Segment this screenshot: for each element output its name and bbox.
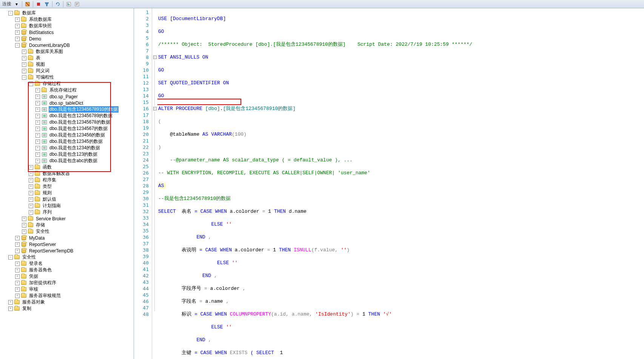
expand-icon[interactable]: + [15,236,20,240]
expand-icon[interactable]: + [35,152,40,157]
tree-db[interactable]: +ReportServerTempDB [0,248,134,254]
tree-item[interactable]: +服务器审核规范 [0,292,134,299]
collapse-icon[interactable]: − [15,43,20,48]
collapse-icon[interactable]: − [8,255,13,260]
code-area[interactable]: USE [DocumentLibraryDB] GO /****** Objec… [157,8,644,359]
tree-db[interactable]: +BidStatistics [0,29,134,36]
tree-item[interactable]: +存储 [0,222,134,228]
expand-icon[interactable]: + [35,139,40,144]
tree-item[interactable]: +规则 [0,190,134,196]
expand-icon[interactable]: + [29,172,33,176]
expand-icon[interactable]: + [8,300,13,305]
tree-item[interactable]: +加密提供程序 [0,280,134,286]
connect-label[interactable]: 连接 [2,1,11,7]
stop-icon[interactable] [35,1,42,7]
tree-db-doclib[interactable]: −DocumentLibraryDB [0,42,134,48]
expand-icon[interactable]: + [35,114,40,118]
tree-sp-folder[interactable]: −存储过程 [0,80,134,87]
tree-sp-item[interactable]: +dbo.我是包含123的数据 [0,151,134,158]
expand-icon[interactable]: + [35,127,40,131]
tree-sp-item[interactable]: +dbo.我是包含12345的数据 [0,138,134,145]
expand-icon[interactable]: + [15,249,20,253]
expand-icon[interactable]: + [22,50,26,54]
expand-icon[interactable]: + [15,24,20,28]
tree-sp-item[interactable]: +dbo.我是包含abc的数据 [0,158,134,164]
tree-sp-item[interactable]: +dbo.sp_Pager [0,93,134,100]
expand-icon[interactable]: + [29,165,33,170]
expand-icon[interactable]: + [15,242,20,247]
expand-icon[interactable]: + [22,217,26,221]
expand-icon[interactable]: + [15,281,20,285]
expand-icon[interactable]: + [29,197,33,202]
tree-item[interactable]: +同义词 [0,68,134,74]
expand-icon[interactable]: + [15,274,20,279]
tree-item[interactable]: +默认值 [0,196,134,203]
tree-sys-sp[interactable]: +系统存储过程 [0,87,134,93]
tree-item[interactable]: +服务器角色 [0,267,134,273]
collapse-icon[interactable]: − [29,82,33,86]
tree-sysdb[interactable]: +系统数据库 [0,16,134,23]
filter-icon[interactable] [44,1,50,7]
tree-sp-item[interactable]: +dbo.我是包含1234567的数据 [0,125,134,132]
tree-item[interactable]: +类型 [0,183,134,190]
expand-icon[interactable]: + [29,204,33,208]
refresh-icon[interactable] [55,1,61,7]
expand-icon[interactable]: + [22,229,26,234]
script-icon[interactable] [74,1,80,7]
tree-item[interactable]: +表 [0,55,134,61]
disconnect-icon[interactable] [25,1,31,7]
tree-programmability[interactable]: −可编程性 [0,74,134,80]
tree-sp-item[interactable]: +dbo.我是包含12345678的数据 [0,119,134,125]
expand-icon[interactable]: + [22,69,26,73]
tree-item[interactable]: +登录名 [0,260,134,267]
expand-icon[interactable]: + [15,287,20,292]
report-icon[interactable] [66,1,72,7]
tree-db[interactable]: +MyData [0,235,134,241]
tree-item[interactable]: +程序集 [0,177,134,183]
expand-icon[interactable]: + [35,101,40,105]
expand-icon[interactable]: + [15,262,20,266]
collapse-icon[interactable]: − [8,11,13,15]
tree-item[interactable]: +计划指南 [0,203,134,209]
expand-icon[interactable]: + [35,133,40,138]
tree-item[interactable]: +序列 [0,209,134,215]
tree-item[interactable]: +Service Broker [0,215,134,222]
tree-item[interactable]: +安全性 [0,228,134,235]
tree-sp-item-selected[interactable]: +dbo.我是包含12345678910的数据 [0,106,134,113]
tree-item[interactable]: +凭据 [0,273,134,280]
expand-icon[interactable]: + [22,223,26,227]
expand-icon[interactable]: + [35,107,40,112]
tree-databases[interactable]: −数据库 [0,10,134,16]
expand-icon[interactable]: + [15,268,20,272]
expand-icon[interactable]: + [22,62,26,67]
expand-icon[interactable]: + [29,184,33,189]
expand-icon[interactable]: + [35,159,40,163]
expand-icon[interactable]: + [35,120,40,125]
expand-icon[interactable]: + [29,210,33,215]
dropdown-icon[interactable]: ▾ [14,1,20,7]
expand-icon[interactable]: + [15,37,20,41]
tree-db[interactable]: +ReportServer [0,241,134,248]
expand-icon[interactable]: + [8,306,13,311]
tree-security[interactable]: −安全性 [0,254,134,260]
tree-item[interactable]: +审核 [0,286,134,292]
collapse-icon[interactable]: − [22,75,26,80]
tree-sp-item[interactable]: +dbo.我是包含123456789的数据 [0,113,134,119]
tree-item[interactable]: +数据库关系图 [0,48,134,55]
object-explorer[interactable]: −数据库 +系统数据库 +数据库快照 +BidStatistics +Demo … [0,8,134,359]
expand-icon[interactable]: + [22,56,26,60]
expand-icon[interactable]: + [35,94,40,99]
expand-icon[interactable]: + [29,178,33,183]
code-editor[interactable]: 1234567891011121314151617181920212223242… [134,8,644,359]
expand-icon[interactable]: + [15,17,20,22]
tree-item[interactable]: +复制 [0,305,134,312]
expand-icon[interactable]: + [15,294,20,298]
tree-snapshot[interactable]: +数据库快照 [0,23,134,29]
tree-item[interactable]: +视图 [0,61,134,68]
tree-db[interactable]: +Demo [0,36,134,42]
tree-item[interactable]: +函数 [0,164,134,170]
expand-icon[interactable]: + [35,146,40,150]
expand-icon[interactable]: + [35,88,40,93]
tree-item[interactable]: +数据库触发器 [0,170,134,177]
tree-sp-item[interactable]: +dbo.我是包含123456的数据 [0,132,134,138]
